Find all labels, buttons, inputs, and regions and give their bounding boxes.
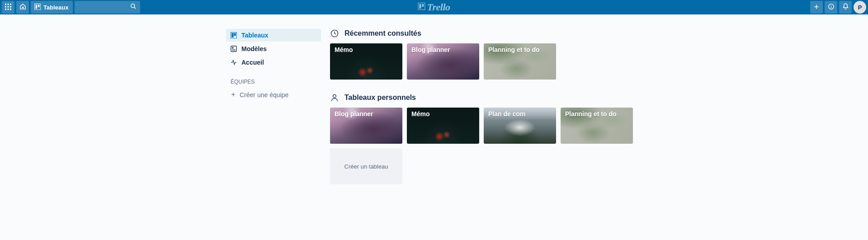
- info-button[interactable]: [825, 1, 837, 14]
- sidebar-item-label: Modèles: [241, 45, 267, 52]
- svg-rect-0: [5, 4, 6, 5]
- board-icon: [231, 32, 237, 38]
- sidebar: Tableaux Modèles Accueil ÉQUIPES Créer u…: [226, 29, 321, 198]
- svg-rect-22: [231, 32, 237, 38]
- avatar-initial: P: [858, 4, 862, 11]
- svg-rect-23: [232, 33, 234, 38]
- clock-icon: [330, 29, 339, 38]
- board-tile-title: Blog planner: [411, 46, 475, 53]
- svg-point-12: [131, 4, 135, 8]
- svg-rect-10: [36, 5, 38, 9]
- create-board-label: Créer un tableau: [344, 163, 388, 170]
- apps-icon: [5, 4, 11, 11]
- search-icon: [130, 3, 137, 11]
- svg-rect-3: [5, 6, 6, 7]
- sidebar-item-label: Tableaux: [241, 32, 269, 39]
- svg-rect-24: [234, 33, 236, 36]
- home-button[interactable]: [16, 1, 29, 14]
- board-tile-memo[interactable]: Mémo: [407, 108, 479, 144]
- board-icon: [34, 4, 41, 11]
- boards-button-label: Tableaux: [43, 4, 68, 11]
- board-tile-title: Planning et to do: [488, 46, 552, 53]
- template-icon: [231, 46, 237, 52]
- svg-rect-9: [34, 4, 41, 10]
- info-icon: [828, 3, 835, 11]
- board-tile-blog-planner[interactable]: Blog planner: [330, 108, 402, 144]
- board-tile-blog-planner[interactable]: Blog planner: [407, 43, 479, 80]
- board-tile-title: Blog planner: [335, 110, 398, 118]
- svg-rect-6: [5, 9, 6, 10]
- board-tile-planning[interactable]: Planning et to do: [484, 43, 556, 80]
- avatar[interactable]: P: [854, 1, 866, 14]
- logo-text: Trello: [427, 1, 450, 13]
- notifications-button[interactable]: [839, 1, 852, 14]
- main: Tableaux Modèles Accueil ÉQUIPES Créer u…: [226, 14, 642, 198]
- sidebar-item-tableaux[interactable]: Tableaux: [226, 29, 321, 42]
- recent-section-header: Récemment consultés: [330, 29, 642, 38]
- svg-rect-16: [422, 4, 424, 7]
- svg-point-32: [333, 94, 336, 98]
- board-tile-title: Mémo: [411, 110, 475, 118]
- bell-icon: [842, 3, 849, 11]
- board-tile-title: Planning et to do: [565, 110, 628, 118]
- create-board-tile[interactable]: Créer un tableau: [330, 148, 402, 184]
- recent-boards-row: Mémo Blog planner Planning et to do: [330, 43, 642, 80]
- activity-icon: [231, 59, 237, 66]
- header-logo[interactable]: Trello: [418, 1, 450, 13]
- content: Récemment consultés Mémo Blog planner Pl…: [330, 29, 642, 198]
- board-tile-title: Plan de com: [488, 110, 552, 118]
- app-header: Tableaux Trello P: [0, 0, 868, 14]
- svg-point-21: [830, 5, 831, 5]
- personal-boards-row: Blog planner Mémo Plan de com Planning e…: [330, 108, 642, 184]
- svg-line-13: [134, 7, 136, 9]
- create-team-button[interactable]: Créer une équipe: [226, 89, 321, 101]
- sidebar-item-label: Accueil: [241, 59, 264, 66]
- header-left: Tableaux: [2, 1, 140, 14]
- board-tile-planning[interactable]: Planning et to do: [561, 108, 633, 144]
- plus-icon: [813, 4, 820, 11]
- personal-section-header: Tableaux personnels: [330, 93, 642, 102]
- svg-rect-11: [38, 5, 40, 7]
- svg-rect-27: [232, 49, 236, 50]
- logo-board-icon: [418, 3, 425, 12]
- sidebar-item-modeles[interactable]: Modèles: [226, 42, 321, 55]
- svg-rect-15: [419, 4, 421, 9]
- svg-rect-28: [232, 50, 236, 51]
- teams-heading: ÉQUIPES: [226, 75, 321, 89]
- svg-rect-25: [231, 46, 236, 52]
- boards-button[interactable]: Tableaux: [31, 1, 73, 14]
- board-tile-memo[interactable]: Mémo: [330, 43, 402, 80]
- board-tile-title: Mémo: [335, 46, 398, 53]
- search-input[interactable]: [75, 1, 140, 14]
- create-button[interactable]: [810, 1, 823, 14]
- svg-rect-26: [232, 47, 234, 49]
- svg-rect-14: [418, 3, 425, 10]
- svg-rect-5: [10, 6, 11, 7]
- recent-section-title: Récemment consultés: [344, 29, 421, 38]
- svg-rect-4: [8, 6, 9, 7]
- board-tile-plan-de-com[interactable]: Plan de com: [484, 108, 556, 144]
- home-icon: [19, 3, 26, 11]
- user-icon: [330, 93, 339, 102]
- header-right: P: [810, 1, 866, 14]
- svg-rect-8: [10, 9, 11, 10]
- personal-section-title: Tableaux personnels: [344, 94, 416, 102]
- plus-icon: [231, 91, 236, 99]
- svg-rect-7: [8, 9, 9, 10]
- create-team-label: Créer une équipe: [240, 91, 288, 99]
- svg-rect-1: [8, 4, 9, 5]
- apps-button[interactable]: [2, 1, 14, 14]
- svg-rect-2: [10, 4, 11, 5]
- sidebar-item-accueil[interactable]: Accueil: [226, 56, 321, 69]
